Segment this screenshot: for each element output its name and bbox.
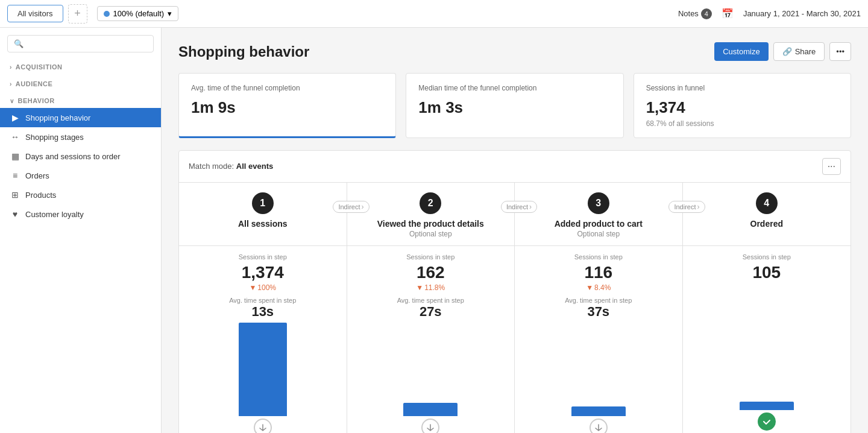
time-label-1: Avg. time spent in step — [229, 297, 296, 304]
bar-area-2 — [354, 320, 508, 416]
time-value-1: 13s — [251, 304, 274, 320]
arrow-down-icon-2: ▼ — [416, 283, 423, 292]
down-arrow-icon-3 — [594, 423, 603, 432]
step-name-2: Viewed the product details — [354, 219, 508, 229]
sidebar-group-behavior: ∨ BEHAVIOR ▶ Shopping behavior ↔ Shoppin… — [0, 93, 161, 224]
down-arrow-icon-2 — [426, 423, 435, 432]
customer-loyalty-icon: ♥ — [10, 209, 20, 219]
metric-cards: Avg. time of the funnel completion 1m 9s… — [178, 73, 851, 138]
indirect-badge-3: Indirect › — [668, 201, 705, 213]
funnel-step-3: 3 Added product to cart Optional step In… — [515, 183, 683, 245]
sessions-value-3: 116 — [584, 263, 612, 282]
bar-area-1 — [186, 320, 339, 416]
sidebar-group-label-behavior: BEHAVIOR — [18, 97, 55, 104]
funnel-step-2: 2 Viewed the product details Optional st… — [347, 183, 515, 245]
metric-label-sessions-funnel: Sessions in funnel — [646, 83, 838, 93]
bar-area-3 — [522, 320, 675, 416]
bar-1 — [239, 323, 287, 416]
customize-button[interactable]: Customize — [714, 42, 768, 61]
sidebar-item-label-shopping-behavior: Shopping behavior — [25, 113, 90, 122]
sidebar-item-label-shopping-stages: Shopping stages — [25, 133, 84, 142]
funnel-section: Match mode: All events ··· 1 All session… — [178, 150, 851, 433]
bar-3 — [571, 406, 626, 416]
metric-label-avg-time: Avg. time of the funnel completion — [191, 83, 383, 93]
funnel-step-1: 1 All sessions Indirect › — [179, 183, 347, 245]
metric-value-avg-time: 1m 9s — [191, 98, 383, 117]
sidebar-item-days-sessions[interactable]: ▦ Days and sessions to order — [0, 147, 161, 166]
more-button[interactable]: ••• — [829, 42, 851, 61]
bar-4 — [740, 402, 794, 410]
down-arrow-icon-1 — [259, 423, 267, 432]
sessions-value-4: 105 — [752, 263, 781, 282]
chevron-right-icon-audience: › — [10, 81, 12, 87]
sidebar-item-customer-loyalty[interactable]: ♥ Customer loyalty — [0, 204, 161, 224]
calendar-icon[interactable]: 📅 — [722, 8, 734, 19]
checkmark-icon — [763, 417, 771, 426]
step-optional-3: Optional step — [522, 230, 675, 238]
sidebar-item-label-customer-loyalty: Customer loyalty — [25, 210, 84, 219]
search-input[interactable] — [7, 35, 154, 52]
notes-label: Notes — [678, 9, 699, 18]
sidebar-group-audience: › AUDIENCE — [0, 77, 161, 91]
bar-2 — [403, 403, 458, 416]
sessions-label-4: Sessions in step — [743, 253, 791, 261]
page-title: Shopping behavior — [178, 43, 309, 60]
sidebar-item-label-days-sessions: Days and sessions to order — [25, 152, 121, 161]
sessions-value-1: 1,374 — [242, 263, 284, 282]
drop-icon-1 — [254, 419, 272, 433]
arrow-down-icon-1: ▼ — [249, 283, 256, 292]
tab-add-button[interactable]: + — [68, 4, 87, 24]
days-sessions-icon: ▦ — [10, 151, 20, 161]
share-label: Share — [795, 47, 816, 56]
sessions-label-2: Sessions in step — [406, 253, 454, 261]
segment-selector[interactable]: 100% (default) ▾ — [97, 6, 179, 21]
arrow-down-icon-3: ▼ — [586, 283, 593, 292]
indirect-arrow-1: › — [362, 203, 364, 211]
funnel-data-grid: Sessions in step 1,374 ▼ 100% Avg. time … — [179, 246, 851, 433]
time-label-3: Avg. time spent in step — [565, 297, 632, 304]
indirect-label-1: Indirect — [338, 203, 360, 210]
metric-label-median-time: Median time of the funnel completion — [418, 83, 611, 93]
sessions-value-2: 162 — [417, 263, 445, 282]
chevron-down-icon: ▾ — [168, 9, 172, 18]
step-circle-3: 3 — [588, 192, 609, 214]
sidebar-item-orders[interactable]: ≡ Orders — [0, 166, 161, 185]
orders-icon: ≡ — [10, 171, 20, 180]
content-header: Shopping behavior Customize 🔗 Share ••• — [178, 42, 851, 61]
match-mode-label: Match mode: — [189, 162, 234, 171]
sessions-label-1: Sessions in step — [239, 253, 287, 261]
pct-value-2: 11.8% — [424, 283, 445, 292]
drop-icon-4 — [758, 412, 776, 431]
metric-card-median-time: Median time of the funnel completion 1m … — [406, 73, 623, 138]
share-button[interactable]: 🔗 Share — [773, 42, 825, 61]
data-pct-2: ▼ 11.8% — [416, 283, 445, 292]
match-mode-value: All events — [236, 162, 273, 171]
main-layout: › ACQUISITION › AUDIENCE ∨ BEHAVIOR ▶ Sh… — [0, 28, 868, 433]
pct-value-1: 100% — [257, 283, 276, 292]
match-mode: Match mode: All events — [189, 162, 273, 171]
sidebar-group-header-audience[interactable]: › AUDIENCE — [0, 77, 161, 91]
sidebar-group-acquisition: › ACQUISITION — [0, 60, 161, 74]
drop-icon-3 — [590, 419, 608, 433]
sidebar-group-label-acquisition: ACQUISITION — [16, 63, 63, 71]
segment-dot — [104, 11, 110, 17]
sidebar-item-shopping-stages[interactable]: ↔ Shopping stages — [0, 127, 161, 147]
notes-button[interactable]: Notes 4 — [678, 8, 712, 19]
step-circle-2: 2 — [420, 192, 441, 214]
step-circle-4: 4 — [756, 192, 778, 214]
sidebar-item-products[interactable]: ⊞ Products — [0, 185, 161, 204]
pct-value-3: 8.4% — [594, 283, 611, 292]
sidebar-item-shopping-behavior[interactable]: ▶ Shopping behavior — [0, 108, 161, 127]
data-pct-3: ▼ 8.4% — [586, 283, 611, 292]
products-icon: ⊞ — [10, 190, 20, 200]
metric-value-sessions-funnel: 1,374 — [646, 98, 838, 117]
sidebar-group-header-acquisition[interactable]: › ACQUISITION — [0, 60, 161, 74]
tab-all-visitors[interactable]: All visitors — [7, 5, 63, 22]
metric-card-sessions-funnel: Sessions in funnel 1,374 68.7% of all se… — [634, 73, 851, 138]
sidebar: › ACQUISITION › AUDIENCE ∨ BEHAVIOR ▶ Sh… — [0, 28, 162, 433]
sidebar-item-label-products: Products — [25, 191, 56, 200]
segment-label: 100% (default) — [113, 9, 165, 18]
step-name-1: All sessions — [186, 219, 339, 229]
sidebar-group-header-behavior[interactable]: ∨ BEHAVIOR — [0, 93, 161, 108]
funnel-more-button[interactable]: ··· — [822, 158, 841, 175]
